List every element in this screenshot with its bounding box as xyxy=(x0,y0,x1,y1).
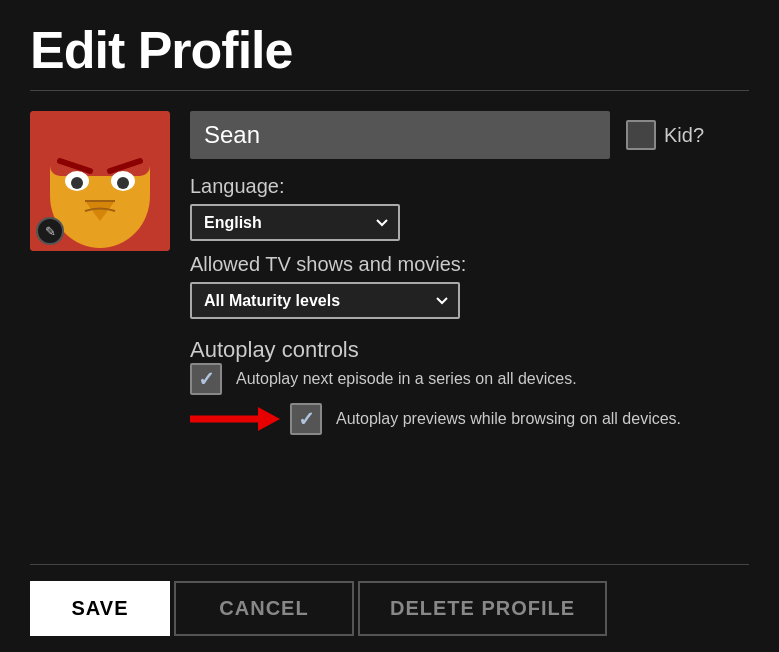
svg-rect-3 xyxy=(50,131,150,176)
delete-profile-button[interactable]: DELETE PROFILE xyxy=(358,581,607,636)
svg-point-8 xyxy=(71,177,83,189)
save-button[interactable]: SAVE xyxy=(30,581,170,636)
profile-section: ✎ Kid? Language: English Spanish French xyxy=(30,111,749,548)
autoplay-preview-row: Autoplay previews while browsing on all … xyxy=(290,403,681,435)
footer-buttons: SAVE CANCEL DELETE PROFILE xyxy=(30,565,749,652)
red-arrow-icon xyxy=(190,401,280,437)
autoplay-episode-checkbox[interactable] xyxy=(190,363,222,395)
autoplay-episode-label: Autoplay next episode in a series on all… xyxy=(236,370,577,388)
name-row: Kid? xyxy=(190,111,749,159)
name-input[interactable] xyxy=(190,111,610,159)
autoplay-episode-row: Autoplay next episode in a series on all… xyxy=(190,363,749,395)
autoplay-preview-checkbox[interactable] xyxy=(290,403,322,435)
language-section: Language: English Spanish French German xyxy=(190,175,749,241)
cancel-button[interactable]: CANCEL xyxy=(174,581,354,636)
edit-avatar-button[interactable]: ✎ xyxy=(36,217,64,245)
page-title: Edit Profile xyxy=(30,20,749,80)
language-select[interactable]: English Spanish French German xyxy=(190,204,400,241)
autoplay-preview-wrapper: Autoplay previews while browsing on all … xyxy=(190,401,749,437)
language-label: Language: xyxy=(190,175,749,198)
autoplay-preview-label: Autoplay previews while browsing on all … xyxy=(336,410,681,428)
svg-marker-13 xyxy=(258,407,280,431)
avatar-container: ✎ xyxy=(30,111,170,251)
kid-checkbox[interactable] xyxy=(626,120,656,150)
edit-profile-page: Edit Profile xyxy=(0,0,779,652)
kid-label: Kid? xyxy=(664,124,704,147)
kid-label-group: Kid? xyxy=(626,120,704,150)
svg-point-9 xyxy=(117,177,129,189)
pencil-icon: ✎ xyxy=(45,224,56,239)
autoplay-title: Autoplay controls xyxy=(190,337,359,362)
maturity-section: Allowed TV shows and movies: All Maturit… xyxy=(190,253,749,319)
form-section: Kid? Language: English Spanish French Ge… xyxy=(190,111,749,548)
red-arrow-container xyxy=(190,401,280,437)
autoplay-section: Autoplay controls Autoplay next episode … xyxy=(190,337,749,437)
maturity-select[interactable]: All Maturity levels Little Kids Older Ki… xyxy=(190,282,460,319)
title-divider xyxy=(30,90,749,91)
allowed-label: Allowed TV shows and movies: xyxy=(190,253,749,276)
